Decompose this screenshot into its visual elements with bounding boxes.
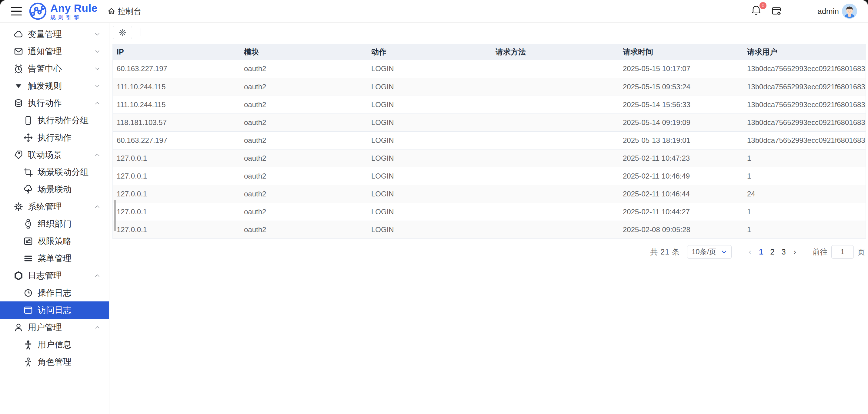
page-2-button[interactable]: 2	[767, 245, 778, 259]
page-3-button[interactable]: 3	[778, 245, 789, 259]
mail-icon	[13, 46, 24, 57]
table-cell: 2025-02-11 10:46:44	[619, 185, 743, 203]
sidebar-item-role-management[interactable]: 角色管理	[0, 353, 109, 371]
sliders-icon	[23, 236, 33, 246]
sidebar-item-label: 执行动作	[28, 98, 62, 109]
coins-icon	[13, 98, 24, 108]
sidebar-item-label: 角色管理	[38, 356, 71, 368]
logo-subtitle: 规则引擎	[50, 15, 98, 20]
main-content: IP模块动作请求方法请求时间请求用户 60.163.227.197oauth2L…	[110, 23, 868, 414]
table-body: 60.163.227.197oauth2LOGIN2025-05-15 10:1…	[113, 60, 866, 239]
person-filled-icon	[23, 340, 33, 350]
sidebar-item-log-management[interactable]: 日志管理	[0, 267, 109, 284]
table-cell	[492, 203, 619, 220]
sidebar-item-label: 操作日志	[38, 287, 71, 299]
system-settings-button[interactable]	[771, 6, 782, 16]
breadcrumb[interactable]: 控制台	[107, 6, 142, 16]
table-cell: 111.10.244.115	[113, 96, 240, 113]
table-row[interactable]: 118.181.103.57oauth2LOGIN2025-05-14 09:1…	[113, 113, 866, 131]
table-cell: 127.0.0.1	[113, 185, 240, 203]
panel-settings-icon	[771, 6, 782, 16]
table-cell: LOGIN	[367, 113, 492, 131]
sidebar-item-execute-action[interactable]: 执行动作	[0, 129, 109, 146]
table-cell: LOGIN	[367, 149, 492, 167]
alarm-icon	[13, 64, 24, 74]
sidebar-item-trigger-rules[interactable]: 触发规则	[0, 77, 109, 95]
table-row[interactable]: 60.163.227.197oauth2LOGIN2025-05-15 10:1…	[113, 60, 866, 78]
table-cell: 111.10.244.115	[113, 78, 240, 96]
avatar-image	[842, 4, 857, 19]
table-cell: 2025-05-15 10:17:07	[619, 60, 743, 78]
sidebar-item-execute-action-group[interactable]: 执行动作分组	[0, 112, 109, 129]
table-cell	[492, 185, 619, 203]
sidebar-item-org-department[interactable]: 组织部门	[0, 215, 109, 233]
column-header: 请求时间	[619, 44, 743, 60]
username: admin	[817, 7, 839, 16]
chevron-down-icon	[94, 65, 101, 72]
prev-page-button[interactable]: ‹	[744, 245, 755, 259]
table-row[interactable]: 127.0.0.1oauth2LOGIN2025-02-11 10:44:271	[113, 203, 866, 220]
scrollbar-thumb[interactable]	[114, 200, 116, 231]
table-row[interactable]: 127.0.0.1oauth2LOGIN2025-02-11 10:46:491	[113, 167, 866, 185]
access-log-table: IP模块动作请求方法请求时间请求用户 60.163.227.197oauth2L…	[113, 44, 866, 239]
sidebar-item-system-management[interactable]: 系统管理	[0, 198, 109, 215]
notifications-button[interactable]: 0	[751, 4, 763, 18]
column-settings-button[interactable]	[113, 26, 132, 39]
table-row[interactable]: 111.10.244.115oauth2LOGIN2025-05-15 09:5…	[113, 78, 866, 96]
chevron-up-icon	[94, 203, 101, 210]
sidebar-item-scene-linkage-group[interactable]: 场景联动分组	[0, 164, 109, 181]
chevron-down-icon	[94, 48, 101, 55]
table-cell: 13b0dca75652993ecc0921f68016835f	[743, 78, 866, 96]
table-cell: LOGIN	[367, 78, 492, 96]
page-1-button[interactable]: 1	[755, 245, 767, 259]
next-page-button[interactable]: ›	[789, 245, 800, 259]
sidebar-item-label: 场景联动	[38, 184, 71, 195]
sidebar-item-alert-center[interactable]: 告警中心	[0, 60, 109, 77]
menu-collapse-button[interactable]	[11, 7, 22, 15]
sidebar-item-variable-management[interactable]: 变量管理	[0, 26, 109, 43]
sidebar-item-user-management[interactable]: 用户管理	[0, 319, 109, 336]
sidebar-item-label: 用户管理	[28, 322, 62, 333]
sidebar-item-label: 场景联动分组	[38, 167, 89, 178]
sidebar-item-scene-linkage[interactable]: 场景联动	[0, 181, 109, 198]
sidebar-item-notification-management[interactable]: 通知管理	[0, 43, 109, 60]
table-cell: 127.0.0.1	[113, 167, 240, 185]
sidebar-item-linkage-scene[interactable]: 联动场景	[0, 146, 109, 164]
tablet-icon	[23, 115, 33, 126]
table-cell: oauth2	[240, 131, 367, 149]
sidebar-item-permission-policy[interactable]: 权限策略	[0, 233, 109, 250]
table-cell	[492, 60, 619, 78]
table-cell: LOGIN	[367, 131, 492, 149]
table-row[interactable]: 127.0.0.1oauth2LOGIN2025-02-11 10:46:442…	[113, 185, 866, 203]
sidebar-item-menu-management[interactable]: 菜单管理	[0, 250, 109, 267]
table-row[interactable]: 127.0.0.1oauth2LOGIN2025-02-11 10:47:231	[113, 149, 866, 167]
sidebar-item-user-info[interactable]: 用户信息	[0, 336, 109, 353]
table-row[interactable]: 127.0.0.1oauth2LOGIN2025-02-08 09:05:281	[113, 220, 866, 239]
table-cell: 1	[743, 203, 866, 220]
table-cell	[492, 96, 619, 113]
table-cell: 1	[743, 220, 866, 239]
table-cell: LOGIN	[367, 203, 492, 220]
goto-page-input[interactable]	[831, 245, 854, 259]
user-avatar[interactable]	[842, 4, 857, 19]
table-row[interactable]: 111.10.244.115oauth2LOGIN2025-05-14 15:5…	[113, 96, 866, 113]
sidebar-item-operation-log[interactable]: 操作日志	[0, 284, 109, 302]
toolbar-divider	[141, 29, 141, 36]
chevron-up-icon	[94, 151, 101, 158]
table-toolbar	[113, 26, 141, 39]
column-header: 请求方法	[492, 44, 619, 60]
caret-down-icon	[13, 81, 24, 91]
sidebar-item-execute-actions[interactable]: 执行动作	[0, 95, 109, 112]
goto-label: 前往	[812, 247, 828, 257]
table-cell: 2025-05-15 09:53:24	[619, 78, 743, 96]
page-size-select[interactable]: 10条/页	[687, 245, 732, 259]
sidebar-item-label: 权限策略	[38, 236, 71, 247]
sidebar-item-label: 告警中心	[28, 63, 62, 74]
table-row[interactable]: 60.163.227.197oauth2LOGIN2025-05-13 18:1…	[113, 131, 866, 149]
sidebar-item-label: 执行动作	[38, 132, 71, 143]
user-icon	[13, 322, 24, 333]
sidebar-item-label: 组织部门	[38, 218, 71, 230]
table-cell: 24	[743, 185, 866, 203]
app-logo: Any Rule 规则引擎	[29, 2, 98, 21]
sidebar-item-access-log[interactable]: 访问日志	[0, 302, 109, 319]
